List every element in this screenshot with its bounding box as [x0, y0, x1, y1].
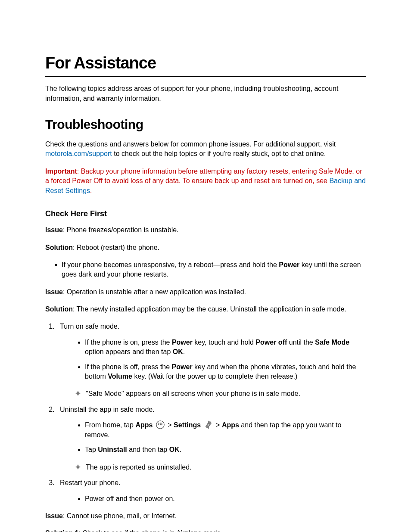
text: : The newly installed application may be… — [73, 305, 346, 313]
text: Uninstall — [98, 446, 127, 453]
step-text: Turn on safe mode. — [60, 322, 366, 331]
svg-point-5 — [158, 423, 159, 423]
solution-uninstall: Solution: The newly installed applicatio… — [45, 305, 366, 314]
svg-point-7 — [161, 423, 162, 423]
apps-icon — [156, 420, 165, 429]
text: option appears and then tap — [85, 348, 173, 355]
list-item: If the phone is on, press the Power key,… — [85, 338, 366, 357]
issue-label: Issue — [45, 226, 63, 233]
text: OK — [169, 446, 180, 453]
text: > — [216, 421, 222, 429]
text: until the — [287, 339, 315, 346]
list-item: If your phone becomes unresponsive, try … — [62, 260, 366, 280]
list-item: From home, tap Apps > Settings > Apps an… — [85, 420, 366, 440]
note-text: "Safe Mode" appears on all screens when … — [86, 389, 300, 398]
text: Power — [172, 339, 193, 346]
text: . — [180, 446, 181, 453]
text: : Reboot (restart) the phone. — [73, 244, 159, 251]
svg-point-6 — [160, 423, 161, 423]
solution-label: Solution — [45, 305, 73, 313]
text: Safe Mode — [315, 339, 349, 346]
text: From home, tap — [85, 421, 135, 429]
intro-paragraph: The following topics address areas of su… — [45, 84, 366, 103]
list-item: Power off and then power on. — [85, 494, 366, 504]
step-2: Uninstall the app in safe mode. From hom… — [56, 405, 366, 472]
solution-label: Solution — [45, 244, 73, 251]
text: Volume — [108, 373, 132, 380]
solution-label: Solution 1 — [45, 529, 78, 532]
step-text: Restart your phone. — [60, 478, 366, 488]
text: Tap — [85, 446, 98, 453]
text: : Check to see if the phone is in Airpla… — [78, 529, 222, 532]
solution-airplane: Solution 1: Check to see if the phone is… — [45, 529, 366, 532]
svg-point-8 — [158, 424, 159, 425]
step3-bullets: Power off and then power on. — [85, 494, 366, 504]
svg-point-9 — [160, 424, 161, 425]
text: Apps — [135, 421, 153, 429]
text: : Phone freezes/operation is unstable. — [63, 226, 179, 233]
text: Power off — [255, 339, 287, 346]
text: OK — [173, 348, 183, 355]
list-item: If the phone is off, press the Power key… — [85, 362, 366, 382]
text: Settings — [174, 421, 201, 429]
text: If your phone becomes unresponsive, try … — [62, 261, 279, 268]
issue-freeze: Issue: Phone freezes/operation is unstab… — [45, 225, 366, 235]
reboot-steps: If your phone becomes unresponsive, try … — [62, 260, 366, 280]
text: If the phone is on, press the — [85, 339, 172, 346]
text: If the phone is off, press the — [85, 363, 172, 370]
step1-bullets: If the phone is on, press the Power key,… — [85, 338, 366, 382]
issue-label: Issue — [45, 512, 63, 520]
page-title: For Assistance — [45, 52, 366, 77]
text: key. (Wait for the power up to complete … — [132, 373, 297, 380]
issue-unstable-app: Issue: Operation is unstable after a new… — [45, 287, 366, 297]
issue-cannot-use: Issue: Cannot use phone, mail, or Intern… — [45, 511, 366, 521]
troubleshooting-intro: Check the questions and answers below fo… — [45, 140, 366, 159]
step-3: Restart your phone. Power off and then p… — [56, 478, 366, 504]
text: key, touch and hold — [193, 339, 255, 346]
text: . — [183, 348, 185, 355]
check-here-first-heading: Check Here First — [45, 208, 366, 219]
text: : Backup your phone information before a… — [45, 168, 362, 184]
troubleshooting-heading: Troubleshooting — [45, 115, 366, 134]
step-text: Uninstall the app in safe mode. — [60, 405, 366, 414]
solution-reboot: Solution: Reboot (restart) the phone. — [45, 243, 366, 252]
text: Apps — [222, 421, 239, 429]
text: Power — [172, 363, 193, 370]
text: to check out the help topics or if you'r… — [112, 150, 326, 157]
text: > — [168, 421, 174, 429]
step-1: Turn on safe mode. If the phone is on, p… — [56, 322, 366, 398]
support-link[interactable]: motorola.com/support — [45, 150, 112, 157]
text: . — [90, 187, 92, 194]
note-icon — [75, 390, 81, 397]
list-item: Tap Uninstall and then tap OK. — [85, 445, 366, 454]
important-note: Important: Backup your phone information… — [45, 167, 366, 196]
svg-point-10 — [161, 424, 162, 425]
note-safe-mode: "Safe Mode" appears on all screens when … — [75, 389, 366, 398]
note-text: The app is reported as uninstalled. — [86, 463, 191, 472]
note-uninstalled: The app is reported as uninstalled. — [75, 463, 366, 472]
note-icon — [75, 464, 81, 470]
text: Power — [279, 261, 299, 268]
text: : Cannot use phone, mail, or Internet. — [63, 512, 177, 520]
safe-mode-steps: Turn on safe mode. If the phone is on, p… — [56, 322, 366, 503]
text: : Operation is unstable after a new appl… — [63, 288, 246, 296]
settings-icon — [204, 420, 213, 429]
step2-bullets: From home, tap Apps > Settings > Apps an… — [85, 420, 366, 455]
text: and then tap — [127, 446, 169, 453]
issue-label: Issue — [45, 288, 63, 296]
important-label: Important — [45, 168, 77, 175]
svg-point-11 — [207, 423, 210, 426]
text: Check the questions and answers below fo… — [45, 140, 336, 148]
